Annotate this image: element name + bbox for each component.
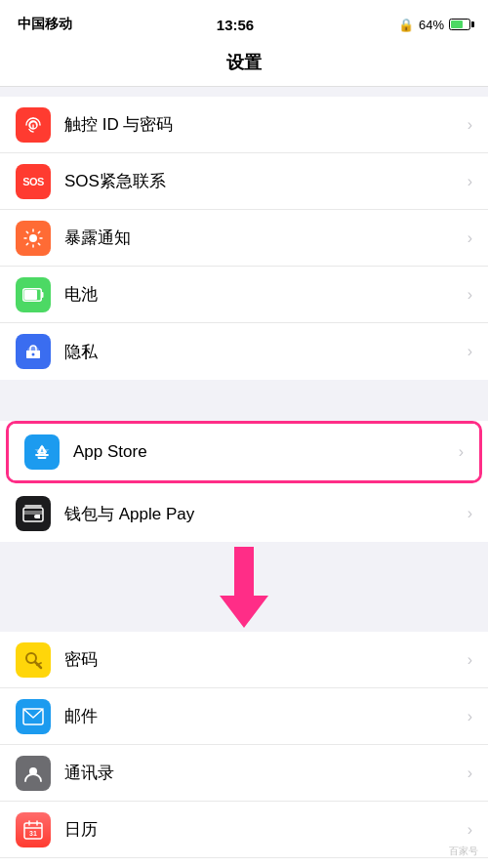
settings-item-wallet[interactable]: 钱包与 Apple Pay › bbox=[0, 485, 488, 542]
carrier-label: 中国移动 bbox=[18, 16, 72, 33]
settings-item-battery[interactable]: 电池 › bbox=[0, 267, 488, 323]
calendar-icon: 31 bbox=[16, 812, 51, 847]
svg-line-8 bbox=[38, 231, 39, 232]
battery-fill bbox=[451, 21, 463, 28]
privacy-chevron: › bbox=[468, 343, 472, 360]
touch-id-icon bbox=[16, 107, 51, 143]
settings-item-exposure[interactable]: 暴露通知 › bbox=[0, 210, 488, 267]
settings-item-privacy[interactable]: 隐私 › bbox=[0, 323, 488, 380]
page-root: 中国移动 13:56 🔒 64% 设置 bbox=[0, 0, 488, 868]
sos-label: SOS紧急联系 bbox=[64, 170, 460, 192]
battery-chevron: › bbox=[468, 286, 472, 304]
sos-chevron: › bbox=[468, 173, 472, 190]
settings-item-appstore[interactable]: A App Store › bbox=[9, 424, 479, 480]
lock-icon: 🔒 bbox=[398, 18, 414, 32]
calendar-label: 日历 bbox=[64, 818, 460, 841]
sos-icon: SOS bbox=[16, 164, 51, 199]
appstore-label: App Store bbox=[73, 442, 451, 462]
battery-settings-icon bbox=[16, 277, 51, 312]
mail-chevron: › bbox=[468, 708, 472, 725]
wallet-label: 钱包与 Apple Pay bbox=[64, 503, 460, 525]
settings-item-reminders[interactable]: 提醒事项 › bbox=[0, 858, 488, 868]
settings-item-mail[interactable]: 邮件 › bbox=[0, 688, 488, 745]
calendar-chevron: › bbox=[468, 821, 472, 839]
svg-line-6 bbox=[26, 231, 27, 232]
privacy-icon bbox=[16, 334, 51, 369]
mail-icon bbox=[16, 699, 51, 734]
battery-label: 电池 bbox=[64, 283, 460, 306]
touch-id-label: 触控 ID 与密码 bbox=[64, 113, 460, 136]
wallet-icon bbox=[16, 496, 51, 531]
wallet-chevron: › bbox=[468, 505, 472, 522]
group-divider-2 bbox=[0, 380, 488, 417]
status-right: 🔒 64% bbox=[398, 18, 470, 32]
exposure-chevron: › bbox=[468, 229, 472, 247]
svg-line-9 bbox=[26, 243, 27, 244]
svg-rect-18 bbox=[23, 511, 43, 515]
passwords-chevron: › bbox=[468, 651, 472, 669]
nav-bar: 设置 bbox=[0, 43, 488, 87]
appstore-chevron: › bbox=[459, 443, 464, 461]
appstore-icon: A bbox=[24, 434, 60, 470]
svg-point-13 bbox=[32, 353, 35, 356]
battery-icon bbox=[449, 19, 470, 30]
settings-item-contacts[interactable]: 通讯录 › bbox=[0, 745, 488, 802]
passwords-label: 密码 bbox=[64, 648, 460, 671]
svg-line-7 bbox=[38, 243, 39, 244]
mail-label: 邮件 bbox=[64, 705, 460, 727]
contacts-chevron: › bbox=[468, 765, 472, 782]
settings-group-2: A App Store › 钱包与 App bbox=[0, 421, 488, 542]
contacts-label: 通讯录 bbox=[64, 762, 460, 784]
page-title: 设置 bbox=[0, 51, 488, 74]
touch-id-chevron: › bbox=[468, 116, 472, 134]
exposure-icon bbox=[16, 221, 51, 256]
svg-text:31: 31 bbox=[29, 830, 37, 837]
settings-group-1: 触控 ID 与密码 › SOS SOS紧急联系 › bbox=[0, 97, 488, 380]
watermark: 百家号 bbox=[449, 845, 478, 858]
svg-point-1 bbox=[29, 234, 37, 242]
appstore-highlight-wrapper: A App Store › bbox=[6, 421, 482, 483]
exposure-label: 暴露通知 bbox=[64, 227, 460, 249]
svg-marker-19 bbox=[220, 547, 268, 628]
group-divider-1 bbox=[0, 87, 488, 97]
pink-arrow bbox=[205, 542, 283, 630]
settings-group-3: 密码 › 邮件 › 通讯录 › bbox=[0, 632, 488, 868]
settings-item-sos[interactable]: SOS SOS紧急联系 › bbox=[0, 153, 488, 210]
passwords-icon bbox=[16, 642, 51, 678]
time-label: 13:56 bbox=[217, 17, 254, 33]
battery-label: 64% bbox=[419, 18, 444, 32]
svg-rect-12 bbox=[24, 290, 37, 300]
settings-item-touch-id[interactable]: 触控 ID 与密码 › bbox=[0, 97, 488, 153]
settings-item-calendar[interactable]: 31 日历 › bbox=[0, 802, 488, 858]
svg-rect-11 bbox=[42, 292, 44, 298]
status-bar: 中国移动 13:56 🔒 64% bbox=[0, 0, 488, 43]
arrow-section bbox=[0, 542, 488, 630]
settings-item-passwords[interactable]: 密码 › bbox=[0, 632, 488, 688]
privacy-label: 隐私 bbox=[64, 341, 460, 363]
contacts-icon bbox=[16, 756, 51, 791]
fingerprint-svg bbox=[22, 114, 44, 136]
